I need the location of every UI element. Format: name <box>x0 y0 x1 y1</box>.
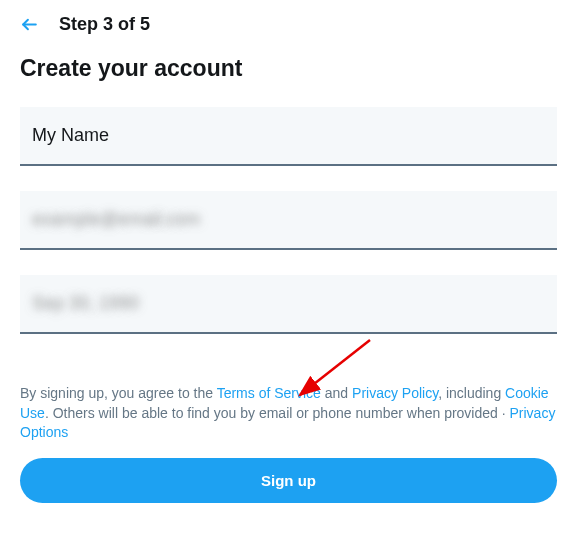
step-indicator: Step 3 of 5 <box>59 14 150 35</box>
signup-button[interactable]: Sign up <box>20 458 557 503</box>
modal-header: Step 3 of 5 <box>20 10 557 55</box>
name-input[interactable] <box>32 125 545 146</box>
back-arrow-icon[interactable] <box>20 15 39 34</box>
legal-prefix: By signing up, you agree to the <box>20 385 217 401</box>
privacy-policy-link[interactable]: Privacy Policy <box>352 385 438 401</box>
email-input[interactable]: example@email.com <box>32 209 545 230</box>
legal-others: . Others will be able to find you by ema… <box>45 405 510 421</box>
page-title: Create your account <box>20 55 557 82</box>
dob-field-wrapper[interactable]: Sep 30, 1990 <box>20 275 557 334</box>
terms-of-service-link[interactable]: Terms of Service <box>217 385 321 401</box>
legal-including: , including <box>438 385 505 401</box>
legal-text: By signing up, you agree to the Terms of… <box>20 384 557 443</box>
name-field-wrapper[interactable] <box>20 107 557 166</box>
legal-and: and <box>321 385 352 401</box>
email-field-wrapper[interactable]: example@email.com <box>20 191 557 250</box>
dob-input[interactable]: Sep 30, 1990 <box>32 293 545 314</box>
